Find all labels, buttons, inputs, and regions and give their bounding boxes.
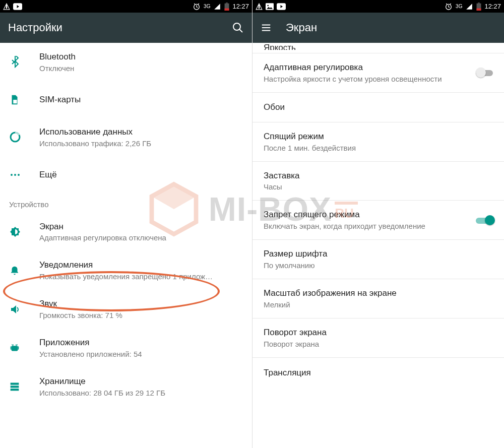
item-title: Хранилище <box>39 375 244 388</box>
svg-rect-16 <box>11 383 19 385</box>
svg-point-8 <box>11 174 13 176</box>
settings-item-sleep[interactable]: Спящий режим После 1 мин. бездействия <box>253 122 504 161</box>
more-icon <box>9 169 21 181</box>
settings-item-fontsize[interactable]: Размер шрифта По умолчанию <box>253 240 504 279</box>
phone-left: 3G 12:27 Настройки Bluetooth Отключен SI… <box>0 0 252 448</box>
network-label: 3G <box>204 4 210 9</box>
signal-icon <box>465 3 473 10</box>
phone-right: 3G 12:27 Экран Яркость Адаптивная регули… <box>252 0 504 448</box>
item-subtitle: Часы <box>264 181 496 192</box>
svg-point-5 <box>233 23 240 30</box>
network-label: 3G <box>456 4 462 9</box>
alert-icon <box>3 3 10 10</box>
youtube-icon <box>13 3 22 10</box>
clock-label: 12:27 <box>484 3 501 10</box>
settings-item-rotation[interactable]: Поворот экрана Поворот экрана <box>253 318 504 357</box>
settings-item-storage[interactable]: Хранилище Использовано: 28 04 ГБ из 29 1… <box>0 367 252 406</box>
bell-icon <box>9 265 20 277</box>
settings-item-sound[interactable]: Звук Громкость звонка: 71 % <box>0 290 252 329</box>
bluetooth-icon <box>9 56 21 68</box>
search-icon[interactable] <box>232 22 244 34</box>
item-title: Уведомления <box>39 259 244 271</box>
item-subtitle: Использовано: 28 04 ГБ из 29 12 ГБ <box>39 388 244 398</box>
svg-point-9 <box>14 174 16 176</box>
item-subtitle: Показывать уведомления запрещено 1 прило… <box>39 271 244 282</box>
svg-rect-4 <box>225 8 229 10</box>
switch-wakelock[interactable] <box>476 215 496 226</box>
item-subtitle: Мелкий <box>264 299 496 310</box>
signal-icon <box>213 3 221 10</box>
settings-item-brightness[interactable]: Яркость <box>253 43 504 53</box>
display-settings-list: Яркость Адаптивная регулировка Настройка… <box>253 43 504 448</box>
settings-item-wallpaper[interactable]: Обои <box>253 93 504 122</box>
item-subtitle: Использовано трафика: 2,26 ГБ <box>39 138 244 149</box>
item-title: Трансляция <box>264 367 496 379</box>
alert-icon <box>256 3 263 10</box>
item-title: Bluetooth <box>39 51 244 63</box>
item-subtitle: Адаптивная регулировка отключена <box>39 232 244 243</box>
settings-item-adaptive[interactable]: Адаптивная регулировка Настройка яркости… <box>253 53 504 92</box>
item-title: Обои <box>264 101 496 113</box>
settings-item-displayscale[interactable]: Масштаб изображения на экране Мелкий <box>253 279 504 318</box>
item-title: Адаптивная регулировка <box>264 61 476 74</box>
item-title: Ещё <box>39 169 244 181</box>
item-title: Яркость <box>264 43 296 50</box>
item-subtitle: Отключен <box>39 63 244 74</box>
svg-rect-3 <box>226 3 228 4</box>
settings-list: Bluetooth Отключен SIM-карты Использован… <box>0 43 252 448</box>
item-subtitle: По умолчанию <box>264 260 496 271</box>
menu-icon[interactable] <box>261 22 272 33</box>
svg-rect-15 <box>18 347 19 350</box>
page-title: Экран <box>286 21 496 34</box>
settings-item-notifications[interactable]: Уведомления Показывать уведомления запре… <box>0 251 252 290</box>
svg-point-10 <box>18 174 20 176</box>
svg-rect-18 <box>11 389 19 391</box>
alarm-icon <box>445 3 453 11</box>
data-usage-icon <box>9 131 21 143</box>
section-device: Устройство <box>0 193 252 213</box>
item-subtitle: Настройка яркости с учетом уровня освеще… <box>264 74 476 84</box>
sim-icon <box>9 94 20 106</box>
volume-icon <box>9 303 21 315</box>
clock-label: 12:27 <box>232 3 249 10</box>
item-title: SIM-карты <box>39 94 244 106</box>
item-subtitle: Громкость звонка: 71 % <box>39 310 244 321</box>
item-title: Спящий режим <box>264 131 496 143</box>
item-title: Запрет спящего режима <box>264 209 476 221</box>
svg-rect-17 <box>11 386 19 388</box>
svg-rect-19 <box>266 3 274 10</box>
settings-item-apps[interactable]: Приложения Установлено приложений: 54 <box>0 329 252 367</box>
settings-item-wakelock[interactable]: Запрет спящего режима Включать экран, ко… <box>253 201 504 239</box>
item-subtitle: Поворот экрана <box>264 339 496 349</box>
appbar: Настройки <box>0 13 252 43</box>
item-title: Размер шрифта <box>264 248 496 260</box>
item-title: Приложения <box>39 337 244 349</box>
item-subtitle: Установлено приложений: 54 <box>39 349 244 359</box>
settings-item-data[interactable]: Использование данных Использовано трафик… <box>0 118 252 157</box>
page-title: Настройки <box>8 21 218 34</box>
svg-rect-6 <box>13 100 17 103</box>
battery-icon <box>476 3 481 11</box>
settings-item-sim[interactable]: SIM-карты <box>0 82 252 118</box>
item-title: Звук <box>39 298 244 310</box>
svg-rect-14 <box>11 347 12 350</box>
settings-item-display[interactable]: Экран Адаптивная регулировка отключена <box>0 213 252 251</box>
settings-item-cast[interactable]: Трансляция <box>253 358 504 383</box>
svg-rect-24 <box>478 3 480 4</box>
item-subtitle: После 1 мин. бездействия <box>264 143 496 153</box>
status-bar: 3G 12:27 <box>0 0 252 13</box>
android-icon <box>9 342 20 353</box>
alarm-icon <box>193 3 201 11</box>
image-icon <box>266 3 274 10</box>
settings-item-screensaver[interactable]: Заставка Часы <box>253 162 504 201</box>
settings-item-bluetooth[interactable]: Bluetooth Отключен <box>0 43 252 82</box>
svg-point-20 <box>267 5 269 6</box>
item-title: Заставка <box>264 170 496 182</box>
status-bar: 3G 12:27 <box>253 0 504 13</box>
switch-adaptive[interactable] <box>476 67 496 78</box>
settings-item-more[interactable]: Ещё <box>0 157 252 193</box>
appbar: Экран <box>253 13 504 43</box>
item-title: Поворот экрана <box>264 327 496 339</box>
item-title: Экран <box>39 221 244 233</box>
item-title: Масштаб изображения на экране <box>264 287 496 299</box>
